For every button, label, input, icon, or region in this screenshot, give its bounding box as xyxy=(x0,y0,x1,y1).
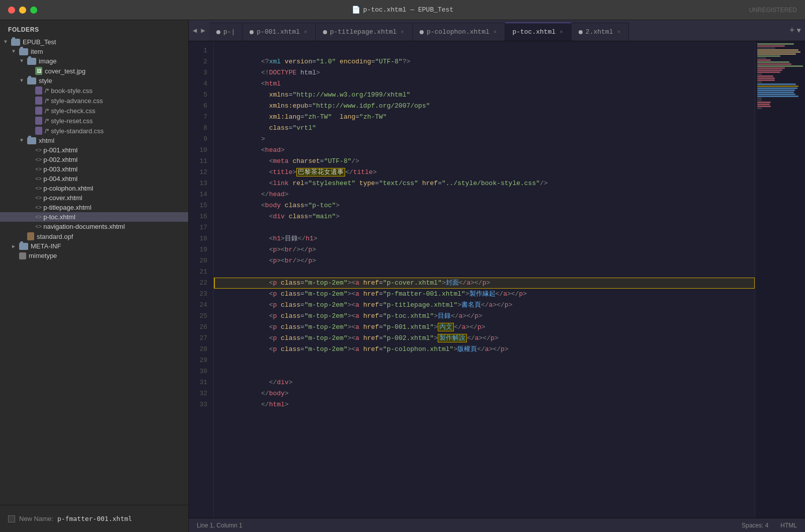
code-token: = xyxy=(300,312,304,320)
status-spaces: Spaces: 4 xyxy=(742,522,768,529)
code-token: > xyxy=(281,146,285,154)
tab-close-button[interactable]: × xyxy=(558,28,564,36)
line-num: 26 xyxy=(189,322,213,333)
tab-p-titlepage-xhtml[interactable]: p-titlepage.xhtml × xyxy=(316,23,413,41)
code-token: class xyxy=(277,301,300,309)
add-tab-button[interactable]: + xyxy=(787,26,797,36)
sidebar-item-style-standard-css[interactable]: /* style-standard.css xyxy=(0,126,188,136)
code-token: = xyxy=(379,279,383,287)
code-content[interactable]: <?xml version="1.0" encoding="UTF-8"?> <… xyxy=(214,41,755,518)
maximize-button[interactable] xyxy=(30,7,37,14)
item-label: EPUB_Test xyxy=(23,38,56,46)
code-token: a xyxy=(355,323,359,331)
sidebar-item-p-cover-xhtml[interactable]: <> p-cover.xhtml xyxy=(0,193,188,203)
code-token: <! xyxy=(261,69,269,76)
tab-forward-button[interactable]: ▶ xyxy=(199,26,207,35)
sidebar-item-style-check-css[interactable]: /* style-check.css xyxy=(0,106,188,116)
code-token: > xyxy=(261,135,265,143)
minimize-button[interactable] xyxy=(19,7,26,14)
main-layout: FOLDERS ▼ EPUB_Test ▼ item ▼ image 🖼 cov… xyxy=(0,20,805,532)
tab-close-button[interactable]: × xyxy=(399,28,405,36)
title-bar: 📄 p-toc.xhtml — EPUB_Test UNREGISTERED xyxy=(0,0,805,20)
line-num: 27 xyxy=(189,333,213,344)
sidebar-item-p-toc-xhtml[interactable]: <> p-toc.xhtml xyxy=(0,212,188,222)
code-token: = xyxy=(379,334,383,342)
code-token: rel xyxy=(289,180,304,187)
close-button[interactable] xyxy=(8,7,15,14)
tab-p-partial[interactable]: p-| xyxy=(209,23,243,41)
sidebar-item-cover-jpg[interactable]: 🖼 cover_test.jpg xyxy=(0,66,188,76)
tab-2-xhtml[interactable]: 2.xhtml × xyxy=(572,23,629,41)
code-token: ></ xyxy=(479,334,491,342)
code-token: = xyxy=(300,113,304,121)
sidebar-item-p-colophon-xhtml[interactable]: <> p-colophon.xhtml xyxy=(0,184,188,193)
tab-p-toc-xhtml[interactable]: p-toc.xhtml × xyxy=(505,23,571,41)
item-label: META-INF xyxy=(31,242,61,250)
code-token: "p-001.xhtml" xyxy=(383,323,434,331)
item-label: p-cover.xhtml xyxy=(43,194,82,202)
code-token: = xyxy=(375,180,379,187)
tab-list-button[interactable]: ▼ xyxy=(797,27,801,35)
new-name-checkbox[interactable] xyxy=(8,515,15,522)
code-token: "../style/book-style.css" xyxy=(442,180,540,187)
code-line: <head> xyxy=(222,134,755,145)
code-token: a xyxy=(462,323,466,331)
tab-p-001-xhtml[interactable]: p-001.xhtml × xyxy=(243,23,315,41)
code-token: 封面 xyxy=(446,279,459,287)
code-line xyxy=(222,399,755,410)
code-token: 版權頁 xyxy=(457,345,477,353)
code-line: <body class="p-toc"> xyxy=(222,189,755,200)
sidebar-item-book-style-css[interactable]: /* book-style.css xyxy=(0,85,188,96)
code-token: p xyxy=(477,323,481,331)
code-token: = xyxy=(300,345,304,353)
sidebar-item-p-002-xhtml[interactable]: <> p-002.xhtml xyxy=(0,155,188,164)
code-token: >< xyxy=(348,312,356,320)
code-token: ></ xyxy=(466,323,477,331)
sidebar-item-style[interactable]: ▼ style xyxy=(0,76,188,85)
code-token: href xyxy=(359,312,379,320)
code-token: link xyxy=(273,180,288,187)
sidebar-item-epub-test[interactable]: ▼ EPUB_Test xyxy=(0,37,188,47)
sidebar-item-p-003-xhtml[interactable]: <> p-003.xhtml xyxy=(0,164,188,174)
sidebar-item-mimetype[interactable]: mimetype xyxy=(0,251,188,260)
code-token: ?> xyxy=(403,58,411,65)
tab-modified-dot xyxy=(216,30,220,34)
code-token: 目錄 xyxy=(438,312,451,320)
code-line: <p class="m-top-2em"><a href="p-cover.xh… xyxy=(222,267,755,278)
sidebar-item-p-titlepage-xhtml[interactable]: <> p-titlepage.xhtml xyxy=(0,203,188,212)
code-token: >< xyxy=(348,290,356,298)
code-token: </ xyxy=(496,290,504,298)
tab-close-button[interactable]: × xyxy=(616,28,621,36)
sidebar-item-standard-opf[interactable]: standard.opf xyxy=(0,231,188,241)
code-token: > xyxy=(285,401,289,408)
tab-close-button[interactable]: × xyxy=(493,28,498,36)
sidebar-item-item[interactable]: ▼ item xyxy=(0,47,188,56)
code-token: </ xyxy=(261,390,269,397)
tab-back-button[interactable]: ◀ xyxy=(191,26,199,35)
sidebar-item-meta-inf[interactable]: ▶ META-INF xyxy=(0,241,188,251)
code-token xyxy=(261,102,269,110)
code-token: < xyxy=(261,80,265,87)
code-token: a xyxy=(355,345,359,353)
sidebar-item-image[interactable]: ▼ image xyxy=(0,56,188,66)
code-line: </body> xyxy=(222,377,755,388)
sidebar-item-style-reset-css[interactable]: /* style-reset.css xyxy=(0,116,188,126)
tab-close-button[interactable]: × xyxy=(303,28,308,36)
sidebar-item-p-004-xhtml[interactable]: <> p-004.xhtml xyxy=(0,174,188,184)
code-token: </ xyxy=(454,323,462,331)
sidebar-item-p-001-xhtml[interactable]: <> p-001.xhtml xyxy=(0,145,188,155)
code-token: body xyxy=(265,202,281,209)
code-line: <?xml version="1.0" encoding="UTF-8"?> xyxy=(222,45,755,56)
sidebar-item-navigation-xhtml[interactable]: <> navigation-documents.xhtml xyxy=(0,222,188,231)
line-num: 3 xyxy=(189,67,213,78)
code-token: html xyxy=(296,69,316,76)
tab-label: 2.xhtml xyxy=(586,28,613,36)
code-token: "http://www.idpf.org/2007/ops" xyxy=(312,102,430,110)
code-token: > xyxy=(457,301,461,309)
sidebar-item-style-advance-css[interactable]: /* style-advance.css xyxy=(0,96,188,106)
line-num: 10 xyxy=(189,145,213,156)
tab-p-colophon-xhtml[interactable]: p-colophon.xhtml × xyxy=(413,23,505,41)
code-token: >< xyxy=(348,345,356,353)
code-line: <meta charset="UTF-8"/> xyxy=(222,145,755,156)
sidebar-item-xhtml[interactable]: ▼ xhtml xyxy=(0,136,188,145)
